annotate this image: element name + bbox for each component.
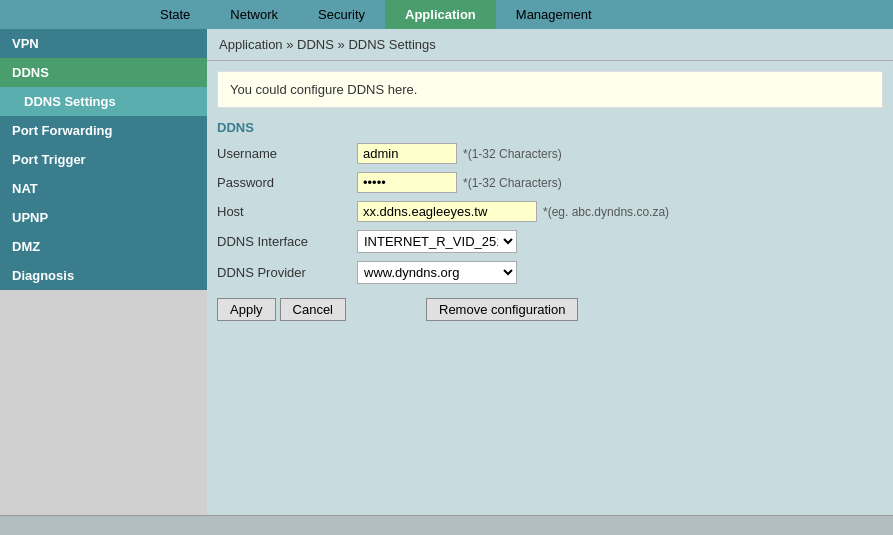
username-input[interactable] (357, 143, 457, 164)
ddns-provider-label: DDNS Provider (217, 265, 357, 280)
password-hint: *(1-32 Characters) (463, 176, 562, 190)
breadcrumb-sep1: » (286, 37, 297, 52)
ddns-provider-select[interactable]: www.dyndns.org (357, 261, 517, 284)
breadcrumb-ddns: DDNS (297, 37, 334, 52)
sidebar-item-ddns-settings[interactable]: DDNS Settings (0, 87, 207, 116)
sidebar-item-port-forwarding[interactable]: Port Forwarding (0, 116, 207, 145)
host-row: Host *(eg. abc.dyndns.co.za) (217, 201, 883, 222)
sidebar-item-port-trigger[interactable]: Port Trigger (0, 145, 207, 174)
bottom-bar (0, 515, 893, 535)
buttons-row: Apply Cancel Remove configuration (217, 298, 883, 321)
main-content: Application » DDNS » DDNS Settings You c… (207, 29, 893, 515)
breadcrumb-sep2: » (338, 37, 349, 52)
info-box: You could configure DDNS here. (217, 71, 883, 108)
breadcrumb-ddns-settings: DDNS Settings (348, 37, 435, 52)
nav-application[interactable]: Application (385, 0, 496, 29)
host-hint: *(eg. abc.dyndns.co.za) (543, 205, 669, 219)
nav-security[interactable]: Security (298, 0, 385, 29)
form-section-title: DDNS (217, 120, 883, 135)
cancel-button[interactable]: Cancel (280, 298, 346, 321)
apply-button[interactable]: Apply (217, 298, 276, 321)
ddns-interface-select[interactable]: INTERNET_R_VID_2516 (357, 230, 517, 253)
top-nav: State Network Security Application Manag… (0, 0, 893, 29)
nav-management[interactable]: Management (496, 0, 612, 29)
form-section: DDNS Username *(1-32 Characters) Passwor… (217, 120, 883, 321)
sidebar-item-diagnosis[interactable]: Diagnosis (0, 261, 207, 290)
host-input[interactable] (357, 201, 537, 222)
password-row: Password *(1-32 Characters) (217, 172, 883, 193)
sidebar-item-nat[interactable]: NAT (0, 174, 207, 203)
breadcrumb-application: Application (219, 37, 283, 52)
nav-state[interactable]: State (140, 0, 210, 29)
username-hint: *(1-32 Characters) (463, 147, 562, 161)
sidebar-item-dmz[interactable]: DMZ (0, 232, 207, 261)
info-text: You could configure DDNS here. (230, 82, 417, 97)
host-label: Host (217, 204, 357, 219)
ddns-interface-row: DDNS Interface INTERNET_R_VID_2516 (217, 230, 883, 253)
breadcrumb: Application » DDNS » DDNS Settings (207, 29, 893, 61)
sidebar: VPN DDNS DDNS Settings Port Forwarding P… (0, 29, 207, 515)
sidebar-item-vpn[interactable]: VPN (0, 29, 207, 58)
username-label: Username (217, 146, 357, 161)
ddns-provider-row: DDNS Provider www.dyndns.org (217, 261, 883, 284)
ddns-interface-label: DDNS Interface (217, 234, 357, 249)
username-row: Username *(1-32 Characters) (217, 143, 883, 164)
password-label: Password (217, 175, 357, 190)
remove-configuration-button[interactable]: Remove configuration (426, 298, 578, 321)
nav-network[interactable]: Network (210, 0, 298, 29)
sidebar-item-upnp[interactable]: UPNP (0, 203, 207, 232)
sidebar-item-ddns[interactable]: DDNS (0, 58, 207, 87)
password-input[interactable] (357, 172, 457, 193)
